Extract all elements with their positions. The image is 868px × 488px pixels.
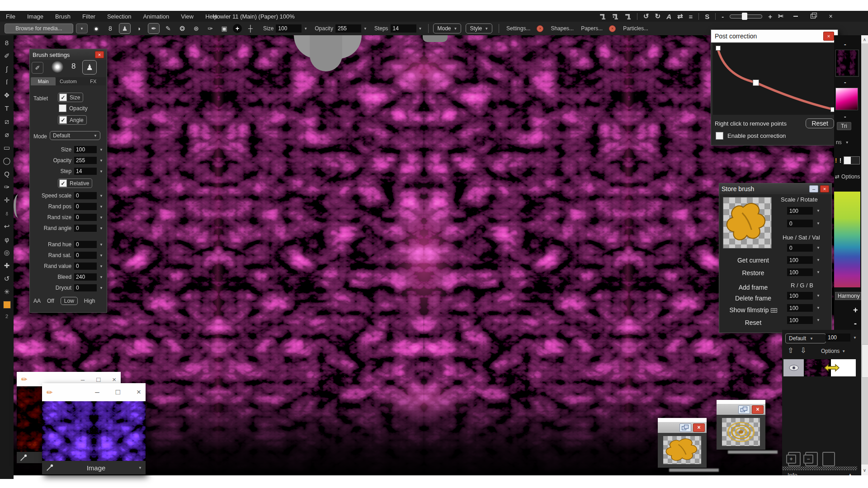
size-dropdown-icon[interactable]: ▼ [304,27,307,31]
lava-texture-image[interactable] [17,386,44,452]
crescent-icon[interactable]: ◗ [134,23,145,33]
tri-mode-button[interactable]: Tri [837,122,851,130]
pencil-icon[interactable]: ✎ [163,23,174,33]
dock-scrollbar[interactable]: ∧ ∨ [861,35,868,475]
tool-hook-icon[interactable]: ↩ [2,222,12,230]
cascade-icon[interactable] [679,423,691,432]
info-label[interactable]: Info [788,472,797,475]
collapse-button[interactable]: - [844,113,846,120]
brush-8-icon[interactable]: 8 [71,62,75,71]
brush-edit-icon[interactable]: ✐ [32,62,43,74]
enable-post-correction[interactable]: Enable post correction [716,132,786,140]
opacity-dropdown-icon[interactable]: ▼ [363,27,367,31]
mode-dropdown[interactable]: Default▼ [50,131,100,140]
window-maximize-button[interactable]: □ [116,388,120,397]
window-minimize-button[interactable]: – [95,388,99,397]
brush-settings-close-button[interactable]: × [95,51,104,58]
browse-media-button[interactable]: Browse for media... [5,23,73,33]
harmony-gradient[interactable] [834,192,860,287]
restore-button[interactable]: Restore [724,269,783,277]
image-type-dropdown[interactable]: Image [87,464,106,472]
remove-page-icon[interactable]: − [805,452,818,466]
post-correction-close-button[interactable]: × [823,32,834,41]
tool-balloon-icon[interactable]: φ [2,235,12,243]
relative-checkbox[interactable]: ✓Relative [58,178,92,188]
scroll-thumb[interactable] [862,344,868,378]
collapse-button[interactable]: - [844,41,846,48]
step-field[interactable]: 14 [74,168,97,175]
steps-dropdown-icon[interactable]: ▼ [419,27,422,31]
brush-preview-window-rings[interactable]: × [717,400,765,450]
tab-fx[interactable]: FX [81,77,106,85]
purple-pattern-image[interactable] [42,401,146,461]
layer-visibility-toggle[interactable] [783,359,804,376]
dryout-field[interactable]: 0 [74,284,97,291]
rotate-combo[interactable]: 0▼ [787,220,820,227]
mini-close-button[interactable]: × [752,405,764,414]
enable-checkbox[interactable] [716,132,723,140]
opacity-value[interactable]: 255 [335,24,361,33]
tool-pan-icon[interactable]: ✚ [2,262,12,269]
tablet-angle-checkbox[interactable]: ✓Angle [58,115,87,125]
pointer-tool-icon[interactable]: A [666,13,671,20]
preset-dropdown[interactable]: Default▼ [785,333,826,343]
scroll-down-button[interactable]: ∨ [861,465,868,475]
papers-close-icon[interactable]: × [609,25,616,32]
pen-icon[interactable]: ! [840,157,842,164]
menu-animation[interactable]: Animation [143,13,169,20]
browse-media-dropdown[interactable]: ▼ [76,23,88,33]
store-brush-minimize-button[interactable]: – [809,185,818,192]
layer-mask-slot[interactable] [831,359,856,376]
speed-scale-field[interactable]: 0 [74,192,97,199]
rand-value-field[interactable]: 0 [74,263,97,270]
paper-texture-thumbnail[interactable] [835,50,859,77]
shapes-button[interactable]: Shapes... [551,25,574,32]
scroll-up-button[interactable]: ∧ [861,35,868,43]
redo-icon[interactable]: ↻ [655,12,661,20]
curve-point-start[interactable] [716,46,721,51]
splat-thumbnail[interactable] [663,436,701,464]
color-picker-gradient[interactable] [835,88,858,110]
spiral-icon[interactable]: ❂ [177,23,188,33]
pipette-icon[interactable] [46,464,54,472]
menu-selection[interactable]: Selection [107,13,131,20]
tool-circle-slash-icon[interactable]: ⌀ [2,131,12,138]
tool-airbrush-icon[interactable]: ✐ [2,52,12,60]
window-maximize-button[interactable]: □ [96,375,100,383]
zoom-in-button[interactable]: + [768,13,772,20]
hue-combo[interactable]: 0▼ [787,244,820,252]
menu-image[interactable]: Image [27,13,43,20]
aa-low-button[interactable]: Low [61,297,78,305]
window-close-button[interactable]: × [137,388,141,397]
layer-row[interactable] [783,359,856,376]
size-field[interactable]: 100 [74,146,97,153]
store-brush-close-button[interactable]: × [820,185,829,192]
currency-icon[interactable]: S [705,13,709,20]
show-filmstrip-button[interactable]: Show filmstrip [724,306,783,314]
occluded-options-row[interactable]: ns ▼ [836,139,849,145]
menu-filter[interactable]: Filter [82,13,95,20]
tool-gourd-icon[interactable]: ♁ [2,209,12,217]
color-swatch[interactable] [3,301,11,309]
tool-curve-icon[interactable]: ſ [2,78,12,86]
menu-view[interactable]: View [181,13,193,20]
globe-icon[interactable]: ⊛ [191,23,202,33]
faucet-icon-2[interactable] [612,13,618,20]
add-page-icon[interactable]: + [788,452,801,466]
preset-value-combo[interactable]: 100▼ [826,333,857,342]
collapse-button[interactable]: - [844,79,846,86]
brush-settings-titlebar[interactable]: Brush settings × [30,49,107,60]
tool-fill-icon[interactable]: ❖ [2,91,12,99]
pen-icon[interactable]: ! [835,157,837,164]
round-brush-icon[interactable]: ● [91,23,102,33]
rand-pos-field[interactable]: 0 [74,203,97,210]
mini-slider[interactable] [844,156,860,164]
soft-brush-icon[interactable] [52,61,63,73]
tool-ellipse-select-icon[interactable]: ◯ [2,157,12,164]
correction-curve-area[interactable] [713,43,836,115]
rand-hue-field[interactable]: 0 [74,241,97,248]
restore-button[interactable] [807,12,819,20]
tool-text-icon[interactable]: T [2,104,12,112]
sat-combo[interactable]: 100▼ [787,256,820,264]
brush-pair-icon[interactable]: 8 [105,23,116,33]
